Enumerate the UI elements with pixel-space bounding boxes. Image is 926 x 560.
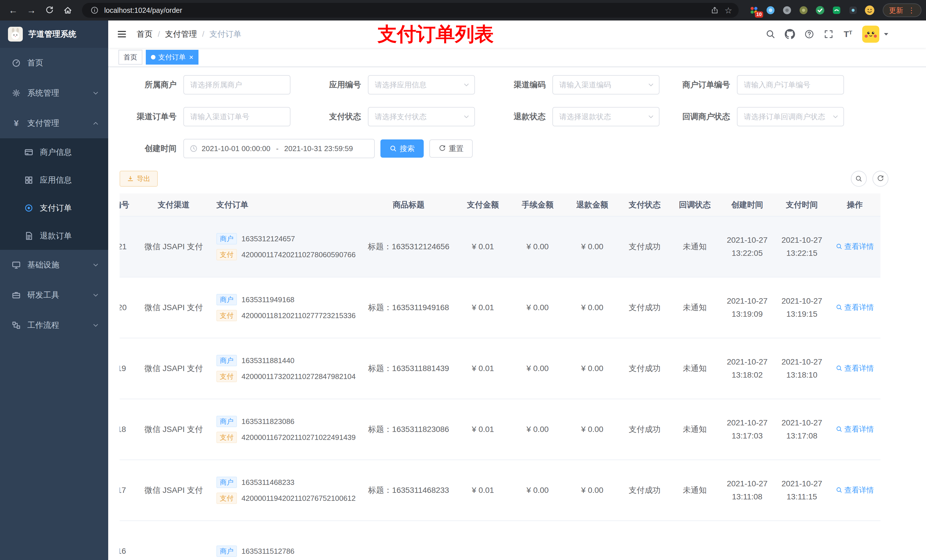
column-header: 支付金额 [455,193,510,216]
pay-tag: 支付 [216,432,237,443]
merchant-order-no-input[interactable]: 请输入商户订单编号 [737,75,844,95]
notify-status: 未通知 [670,460,720,521]
date-range-input[interactable]: 2021-10-01 00:00:00 - 2021-10-31 23:59:5… [183,139,375,158]
extension-badge: 10 [755,11,763,18]
filter-row-date: 创建时间 2021-10-01 00:00:00 - 2021-10-31 23… [120,139,915,158]
sidebar-item-system-management[interactable]: 系统管理 [0,78,108,108]
share-icon[interactable] [708,3,722,17]
app-title: 芋道管理系统 [29,29,76,39]
notify-status-select[interactable]: 请选择订单回调商户状态 [737,107,844,126]
breadcrumb-item[interactable]: 首页 [137,29,153,39]
sidebar-item-refund-order[interactable]: 退款订单 [0,222,108,250]
fullscreen-icon[interactable] [819,21,838,48]
caret-down-icon[interactable] [883,31,890,38]
extension-green-icon[interactable] [831,5,842,15]
browser-back-icon[interactable]: ← [5,2,22,19]
extension-dark-icon[interactable] [848,5,858,15]
font-size-icon[interactable]: TT [838,21,858,48]
table-row: 118微信 JSAPI 支付商户1635311823086支付420000116… [120,399,881,460]
pay-order-cell: 商户1635311823086支付42000011672021102710224… [211,399,362,460]
question-icon[interactable] [800,21,819,48]
actions-cell [829,521,881,560]
breadcrumb-separator: / [158,30,160,39]
app-no-select[interactable]: 请选择应用信息 [368,75,475,95]
view-detail-link[interactable]: 查看详情 [836,242,874,252]
tab-pay-order[interactable]: 支付订单× [146,50,198,65]
sidebar-item-dev-tools[interactable]: 研发工具 [0,280,108,310]
merchant-input[interactable]: 请选择所属商户 [183,75,291,95]
column-header: 编号 [120,193,137,216]
app-logo[interactable]: 芋道管理系统 [0,21,108,48]
view-detail-link[interactable]: 查看详情 [836,363,874,373]
sidebar-item-pay-order[interactable]: 支付订单 [0,194,108,222]
browser-forward-icon[interactable]: → [23,2,40,19]
pay-order-no: 4200001174202110278060590766 [242,251,356,259]
hamburger-icon[interactable] [108,21,136,48]
navbar-tools: TT [761,21,926,48]
sidebar-item-app-info[interactable]: 应用信息 [0,166,108,194]
notify-status: 未通知 [670,216,720,277]
channel-order-no-input[interactable]: 请输入渠道订单号 [183,107,291,126]
sidebar-item-merchant-info[interactable]: 商户信息 [0,138,108,166]
sidebar-item-label: 工作流程 [27,320,59,331]
profile-avatar-icon[interactable] [864,5,875,15]
filter-label: 所属商户 [120,79,183,90]
gear-icon [11,88,21,98]
github-icon[interactable] [780,21,800,48]
reset-button[interactable]: 重置 [430,139,473,158]
page-content: 所属商户请选择所属商户应用编号请选择应用信息渠道编码请输入渠道编码商户订单编号请… [108,67,926,560]
toggle-search-button[interactable] [851,171,867,187]
site-info-icon[interactable] [88,3,101,17]
view-detail-link[interactable]: 查看详情 [836,302,874,312]
sidebar-item-home[interactable]: 首页 [0,48,108,78]
sidebar-item-payment-management[interactable]: ¥支付管理 [0,108,108,138]
sidebar-item-label: 退款订单 [40,231,72,241]
export-button[interactable]: 导出 [120,171,158,187]
browser-reload-icon[interactable] [41,2,58,19]
refund-status-select[interactable]: 请选择退款状态 [552,107,660,126]
extension-check-icon[interactable] [815,5,825,15]
search-button[interactable]: 搜索 [380,139,424,158]
pay-status: 支付成功 [620,277,670,338]
filter-row: 渠道订单号请输入渠道订单号支付状态请选择支付状态退款状态请选择退款状态回调商户状… [120,107,915,126]
user-avatar[interactable] [862,26,879,43]
breadcrumb: 首页/支付管理/支付订单 [137,29,242,39]
address-bar[interactable]: localhost:1024/pay/order ☆ [82,3,738,18]
pay-tag: 支付 [216,492,237,504]
pay-tag: 支付 [216,371,237,382]
sidebar-item-workflow[interactable]: 工作流程 [0,310,108,340]
sidebar-item-label: 基础设施 [27,260,59,270]
notify-status: 未通知 [670,338,720,399]
doc-icon [24,231,33,241]
filter-label: 渠道订单号 [120,111,183,122]
pay-status-select[interactable]: 请选择支付状态 [368,107,475,126]
extension-gray-icon[interactable] [782,5,792,15]
chevron-down-icon [832,113,839,120]
extension-blue-icon[interactable] [766,5,776,15]
view-detail-link[interactable]: 查看详情 [836,424,874,434]
bookmark-star-icon[interactable]: ☆ [722,3,735,17]
sidebar-item-infrastructure[interactable]: 基础设施 [0,250,108,280]
close-icon[interactable]: × [189,53,193,61]
search-icon[interactable] [761,21,780,48]
pay-amount [455,521,510,560]
browser-home-icon[interactable] [59,2,76,19]
column-header: 支付时间 [775,193,829,216]
pay-time: 2021-10-2713:19:15 [775,277,829,338]
fee-amount: ¥ 0.00 [510,216,565,277]
channel-code-select[interactable]: 请输入渠道编码 [552,75,660,95]
extension-dots-icon[interactable]: 10 [749,5,759,15]
extension-olive-icon[interactable] [799,5,809,15]
view-detail-link[interactable]: 查看详情 [836,485,874,495]
chevron-down-icon [463,113,470,120]
placeholder-text: 请选择退款状态 [559,112,645,122]
chevron-up-icon [92,120,99,127]
browser-menu-icon[interactable]: ⋮ [908,6,915,15]
tab-label: 首页 [124,53,137,62]
column-header: 支付订单 [211,193,362,216]
tab-home[interactable]: 首页 [118,50,142,65]
refresh-button[interactable] [873,171,888,187]
breadcrumb-item[interactable]: 支付管理 [165,29,197,39]
filter-label: 应用编号 [304,79,368,90]
browser-update-button[interactable]: 更新 ⋮ [883,3,921,17]
